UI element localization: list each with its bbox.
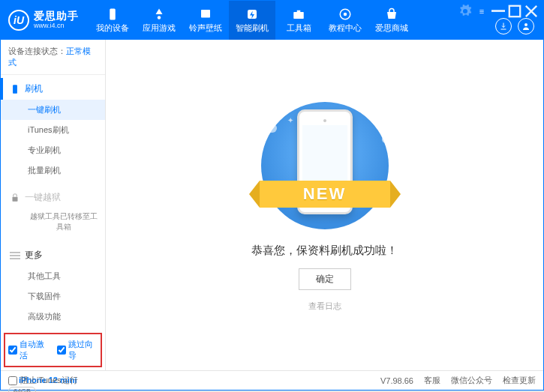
sidebar-head-jailbreak[interactable]: 一键越狱 [1, 187, 105, 208]
svg-rect-15 [10, 258, 20, 259]
phone-small-icon [10, 84, 20, 94]
store-icon [385, 7, 398, 21]
svg-rect-12 [13, 196, 18, 201]
sidebar-head-more[interactable]: 更多 [1, 244, 105, 266]
sidebar-item-oneclick[interactable]: 一键刷机 [1, 100, 105, 120]
new-banner: NEW [260, 181, 390, 208]
sidebar-item-advanced[interactable]: 高级功能 [1, 307, 105, 327]
nav-item-device[interactable]: 我的设备 [89, 1, 136, 40]
maximize-icon[interactable] [508, 4, 521, 18]
sidebar-section-more: 更多 其他工具 下载固件 高级功能 [1, 241, 105, 330]
nav-item-store[interactable]: 爱思商城 [368, 1, 415, 40]
checkbox-label: 跳过向导 [68, 339, 98, 361]
svg-rect-7 [297, 10, 301, 12]
footer-right: V7.98.66 客服 微信公众号 检查更新 [380, 375, 536, 386]
connection-status: 设备连接状态：正常模式 [1, 40, 105, 75]
app-url: www.i4.cn [34, 22, 79, 30]
svg-rect-14 [10, 255, 20, 256]
system-buttons: ≡ [458, 4, 538, 18]
version-label: V7.98.66 [380, 376, 413, 385]
footer: 阻止iTunes运行 V7.98.66 客服 微信公众号 检查更新 [1, 370, 543, 390]
sidebar-item-batch[interactable]: 批量刷机 [1, 160, 105, 181]
nav-item-flash[interactable]: 智能刷机 [229, 1, 275, 40]
phone-icon [106, 7, 119, 21]
ok-button[interactable]: 确定 [299, 268, 351, 290]
checkbox-skip-guide[interactable]: 跳过向导 [57, 339, 98, 361]
wechat-link[interactable]: 微信公众号 [451, 375, 492, 386]
success-illustration: ✦✦ NEW [242, 98, 407, 233]
jailbreak-note: 越狱工具已转移至工具箱 [1, 208, 105, 238]
logo-icon: iU [8, 10, 29, 31]
status-label: 设备连接状态： [8, 46, 66, 55]
close-icon[interactable] [524, 4, 538, 18]
nav-item-tools[interactable]: 工具箱 [275, 1, 322, 40]
lock-icon [10, 193, 20, 203]
svg-rect-11 [13, 85, 17, 94]
apps-icon [152, 7, 166, 21]
minimize-icon[interactable] [491, 4, 505, 18]
svg-rect-0 [491, 10, 505, 12]
nav-item-tutorial[interactable]: 教程中心 [322, 1, 368, 40]
checkbox-block-itunes[interactable]: 阻止iTunes运行 [8, 375, 78, 386]
nav-label: 应用游戏 [143, 22, 176, 34]
checkbox-group: 自动激活 跳过向导 [4, 333, 102, 367]
nav-label: 教程中心 [329, 22, 362, 34]
svg-point-3 [158, 16, 161, 19]
main-content: ✦✦ NEW 恭喜您，保资料刷机成功啦！ 确定 查看日志 [106, 40, 543, 370]
toolbox-icon [292, 7, 305, 21]
app-title: 爱思助手 [34, 10, 79, 22]
tutorial-icon [338, 7, 352, 21]
settings-icon[interactable] [458, 4, 472, 18]
success-message: 恭喜您，保资料刷机成功啦！ [251, 244, 398, 258]
checkbox-label: 自动激活 [20, 339, 50, 361]
svg-rect-1 [509, 6, 520, 16]
wallpaper-icon [199, 7, 212, 21]
sidebar-item-other[interactable]: 其他工具 [1, 266, 105, 286]
sidebar-head-label: 刷机 [25, 82, 43, 95]
svg-point-10 [524, 23, 527, 26]
sidebar-head-label: 一键越狱 [25, 191, 61, 204]
checkbox-auto-activate[interactable]: 自动激活 [8, 339, 50, 361]
svg-point-9 [344, 12, 347, 16]
checkbox-label: 阻止iTunes运行 [20, 375, 78, 386]
nav-label: 爱思商城 [375, 22, 408, 34]
check-update-link[interactable]: 检查更新 [503, 375, 536, 386]
top-nav: 我的设备 应用游戏 铃声壁纸 智能刷机 工具箱 教程中心 [89, 1, 495, 40]
body: 设备连接状态：正常模式 刷机 一键刷机 iTunes刷机 专业刷机 批量刷机 一… [1, 40, 543, 370]
sidebar-item-itunes[interactable]: iTunes刷机 [1, 120, 105, 140]
logo: iU 爱思助手 www.i4.cn [1, 1, 89, 40]
download-icon[interactable] [495, 18, 512, 34]
customer-service-link[interactable]: 客服 [424, 375, 440, 386]
nav-item-ringtone[interactable]: 铃声壁纸 [182, 1, 229, 40]
menu-icon[interactable]: ≡ [475, 4, 488, 18]
nav-label: 智能刷机 [236, 22, 269, 34]
sidebar: 设备连接状态：正常模式 刷机 一键刷机 iTunes刷机 专业刷机 批量刷机 一… [1, 40, 106, 370]
svg-rect-6 [293, 12, 304, 19]
nav-label: 铃声壁纸 [189, 22, 222, 34]
app-window: ≡ iU 爱思助手 www.i4.cn 我的设备 应用游戏 铃声壁纸 [0, 0, 544, 391]
user-icon[interactable] [518, 18, 534, 34]
svg-rect-13 [10, 252, 20, 253]
sidebar-section-jailbreak: 一键越狱 越狱工具已转移至工具箱 [1, 184, 105, 241]
flash-icon [245, 7, 259, 21]
sidebar-head-label: 更多 [25, 249, 43, 262]
svg-rect-4 [201, 10, 210, 18]
svg-rect-2 [110, 8, 116, 19]
sidebar-item-download-fw[interactable]: 下载固件 [1, 286, 105, 307]
view-log-link[interactable]: 查看日志 [308, 301, 341, 312]
nav-label: 工具箱 [287, 22, 311, 34]
nav-label: 我的设备 [96, 22, 129, 34]
sidebar-head-flash[interactable]: 刷机 [1, 78, 105, 100]
sidebar-item-pro[interactable]: 专业刷机 [1, 140, 105, 160]
more-icon [10, 250, 20, 261]
sidebar-section-flash: 刷机 一键刷机 iTunes刷机 专业刷机 批量刷机 [1, 75, 105, 184]
nav-item-apps[interactable]: 应用游戏 [136, 1, 182, 40]
